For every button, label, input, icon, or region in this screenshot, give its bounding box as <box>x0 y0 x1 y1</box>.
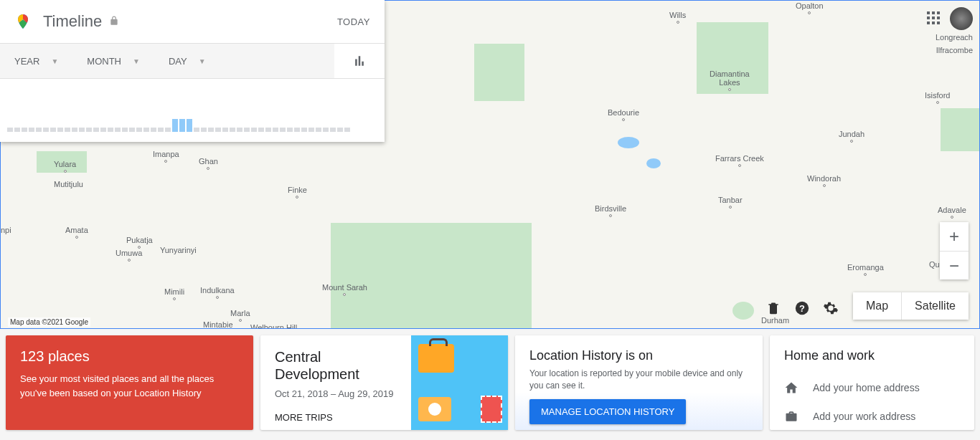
work-address-label: Add your work address <box>813 411 915 422</box>
zoom-controls: + − <box>940 222 969 279</box>
chevron-down-icon: ▼ <box>51 57 58 65</box>
trip-illustration <box>411 335 508 430</box>
delete-button[interactable] <box>765 300 782 317</box>
map-type-satellite[interactable]: Satellite <box>901 292 969 320</box>
google-apps-icon[interactable] <box>927 11 941 26</box>
settings-button[interactable] <box>822 300 839 317</box>
help-button[interactable]: ? <box>793 300 811 317</box>
month-selector[interactable]: MONTH▼ <box>72 44 154 78</box>
zoom-out-button[interactable]: − <box>940 251 969 279</box>
chart-toggle-button[interactable] <box>334 44 385 78</box>
trip-card[interactable]: Central Development Oct 21, 2018 – Aug 2… <box>260 335 508 430</box>
home-work-card: Home and work Add your home address Add … <box>770 335 974 430</box>
zoom-in-button[interactable]: + <box>940 222 969 251</box>
help-icon: ? <box>794 300 810 316</box>
home-icon <box>784 381 798 395</box>
year-selector[interactable]: YEAR▼ <box>0 44 72 78</box>
account-avatar[interactable] <box>950 7 973 30</box>
chevron-down-icon: ▼ <box>199 57 206 65</box>
timeline-scrubber[interactable] <box>0 79 385 142</box>
places-card[interactable]: 123 places See your most visited places … <box>6 335 253 430</box>
location-history-title: Location History is on <box>529 348 748 363</box>
location-history-desc: Your location is reported by your mobile… <box>529 368 748 392</box>
timeline-panel: Timeline TODAY YEAR▼ MONTH▼ DAY▼ <box>0 0 385 142</box>
trip-date-range: Oct 21, 2018 – Aug 29, 2019 <box>275 388 397 399</box>
map-type-switcher: Map Satellite <box>853 292 969 320</box>
home-address-label: Add your home address <box>813 382 920 393</box>
page-title: Timeline <box>43 12 102 31</box>
add-work-address[interactable]: Add your work address <box>784 402 960 431</box>
manage-location-history-button[interactable]: MANAGE LOCATION HISTORY <box>529 399 686 424</box>
chevron-down-icon: ▼ <box>133 57 140 65</box>
map-type-map[interactable]: Map <box>853 292 901 320</box>
location-history-card: Location History is on Your location is … <box>515 335 763 430</box>
day-selector[interactable]: DAY▼ <box>154 44 220 78</box>
map-label: Longreach Ilfracombe <box>936 33 973 54</box>
today-button[interactable]: TODAY <box>337 16 370 27</box>
add-home-address[interactable]: Add your home address <box>784 373 960 402</box>
bar-chart-icon <box>352 54 367 68</box>
trash-icon <box>766 301 781 315</box>
home-work-title: Home and work <box>784 348 960 363</box>
places-desc: See your most visited places and all the… <box>20 372 239 400</box>
briefcase-icon <box>784 409 798 424</box>
gear-icon <box>823 300 839 316</box>
trip-title: Central Development <box>275 348 397 383</box>
places-title: 123 places <box>20 348 239 365</box>
more-trips-button[interactable]: MORE TRIPS <box>275 412 397 423</box>
map-attribution: Map data ©2021 Google <box>8 317 90 327</box>
lock-icon <box>109 16 119 28</box>
svg-text:?: ? <box>799 303 805 314</box>
google-maps-logo-icon <box>14 13 32 30</box>
